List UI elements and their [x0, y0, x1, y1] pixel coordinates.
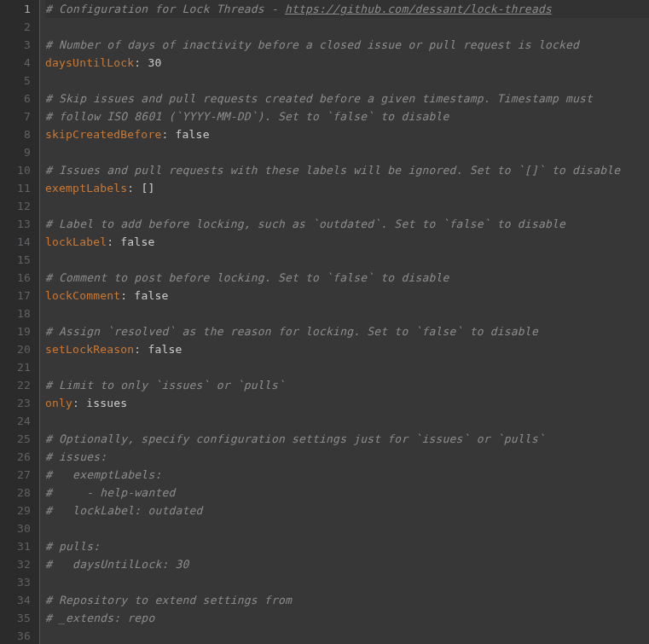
code-line[interactable]: # Assign `resolved` as the reason for lo… [45, 322, 649, 340]
yaml-value: false [120, 235, 154, 248]
line-number: 33 [7, 573, 31, 591]
line-number: 24 [7, 412, 31, 430]
line-number: 7 [7, 107, 31, 125]
line-number: 30 [7, 519, 31, 537]
line-number: 21 [7, 358, 31, 376]
code-line[interactable]: # daysUntilLock: 30 [45, 555, 649, 573]
code-line[interactable] [45, 18, 649, 36]
comment-token: # exemptLabels: [45, 468, 161, 481]
yaml-value: issues [86, 397, 127, 409]
code-line[interactable]: # Repository to extend settings from [45, 591, 649, 609]
line-number: 17 [7, 287, 31, 305]
code-line[interactable]: # lockLabel: outdated [45, 502, 649, 519]
comment-token: # Skip issues and pull requests created … [45, 92, 593, 105]
line-number: 1 [7, 0, 31, 18]
comment-token: # Optionally, specify configuration sett… [45, 432, 545, 445]
code-line[interactable] [45, 143, 649, 161]
line-number: 34 [7, 591, 31, 609]
line-number: 18 [7, 305, 31, 322]
yaml-key: lockComment [45, 289, 120, 302]
code-line[interactable] [45, 573, 649, 591]
code-line[interactable]: # follow ISO 8601 (`YYYY-MM-DD`). Set to… [45, 107, 649, 125]
code-line[interactable]: exemptLabels: [] [45, 179, 649, 197]
yaml-colon: : [134, 56, 148, 69]
code-line[interactable]: # Comment to post before locking. Set to… [45, 269, 649, 287]
yaml-key: only [45, 397, 72, 409]
line-number: 10 [7, 161, 31, 179]
code-line[interactable]: # Skip issues and pull requests created … [45, 90, 649, 107]
line-number: 3 [7, 36, 31, 54]
yaml-key: exemptLabels [45, 182, 127, 194]
yaml-colon: : [127, 182, 141, 194]
code-area[interactable]: # Configuration for Lock Threads - https… [39, 0, 649, 644]
code-line[interactable] [45, 358, 649, 376]
line-number-gutter: 1234567891011121314151617181920212223242… [0, 0, 39, 644]
code-line[interactable]: # Label to add before locking, such as `… [45, 215, 649, 233]
yaml-colon: : [120, 289, 134, 302]
yaml-colon: : [134, 343, 148, 356]
code-line[interactable] [45, 519, 649, 537]
yaml-key: daysUntilLock [45, 56, 134, 69]
yaml-colon: : [72, 397, 86, 409]
line-number: 16 [7, 269, 31, 287]
yaml-value: false [148, 343, 182, 356]
code-line[interactable]: skipCreatedBefore: false [45, 125, 649, 143]
code-line[interactable]: # issues: [45, 448, 649, 466]
code-line[interactable]: lockComment: false [45, 287, 649, 305]
yaml-value: false [134, 289, 168, 302]
comment-token: # pulls: [45, 540, 100, 553]
line-number: 25 [7, 430, 31, 448]
code-line[interactable]: daysUntilLock: 30 [45, 54, 649, 72]
yaml-colon: : [107, 235, 120, 248]
line-number: 11 [7, 179, 31, 197]
code-line[interactable]: setLockReason: false [45, 340, 649, 358]
code-line[interactable]: # Limit to only `issues` or `pulls` [45, 376, 649, 394]
line-number: 32 [7, 555, 31, 573]
code-editor[interactable]: 1234567891011121314151617181920212223242… [0, 0, 649, 644]
yaml-value: false [176, 128, 210, 141]
comment-link[interactable]: https://github.com/dessant/lock-threads [285, 3, 552, 15]
code-line[interactable]: # Optionally, specify configuration sett… [45, 430, 649, 448]
comment-token: # follow ISO 8601 (`YYYY-MM-DD`). Set to… [45, 110, 449, 123]
code-line[interactable] [45, 412, 649, 430]
code-line[interactable]: # - help-wanted [45, 484, 649, 502]
code-line[interactable]: # exemptLabels: [45, 466, 649, 484]
code-line[interactable] [45, 627, 649, 644]
code-line[interactable]: # pulls: [45, 537, 649, 555]
code-line[interactable] [45, 197, 649, 215]
line-number: 27 [7, 466, 31, 484]
line-number: 29 [7, 502, 31, 519]
comment-token: # Repository to extend settings from [45, 594, 292, 606]
line-number: 14 [7, 233, 31, 251]
comment-token: # daysUntilLock: 30 [45, 558, 189, 571]
code-line[interactable]: # Configuration for Lock Threads - https… [45, 0, 649, 18]
yaml-value: [] [141, 182, 154, 194]
code-line[interactable]: # Number of days of inactivity before a … [45, 36, 649, 54]
comment-token: # Number of days of inactivity before a … [45, 38, 579, 51]
line-number: 2 [7, 18, 31, 36]
yaml-key: setLockReason [45, 343, 134, 356]
comment-token: # Issues and pull requests with these la… [45, 164, 620, 177]
comment-token: # Label to add before locking, such as `… [45, 218, 565, 230]
comment-token: # lockLabel: outdated [45, 504, 203, 517]
line-number: 5 [7, 72, 31, 90]
line-number: 20 [7, 340, 31, 358]
code-line[interactable]: lockLabel: false [45, 233, 649, 251]
comment-token: # Comment to post before locking. Set to… [45, 271, 449, 284]
code-line[interactable] [45, 305, 649, 322]
yaml-colon: : [161, 128, 175, 141]
line-number: 22 [7, 376, 31, 394]
line-number: 6 [7, 90, 31, 107]
code-line[interactable]: # _extends: repo [45, 609, 649, 627]
yaml-value: 30 [148, 56, 161, 69]
code-line[interactable] [45, 251, 649, 269]
code-line[interactable] [45, 72, 649, 90]
line-number: 19 [7, 322, 31, 340]
comment-token: # _extends: repo [45, 612, 154, 624]
comment-token: # Assign `resolved` as the reason for lo… [45, 325, 538, 338]
comment-token: # Configuration for Lock Threads - https… [45, 3, 552, 15]
code-line[interactable]: # Issues and pull requests with these la… [45, 161, 649, 179]
line-number: 12 [7, 197, 31, 215]
code-line[interactable]: only: issues [45, 394, 649, 412]
line-number: 31 [7, 537, 31, 555]
